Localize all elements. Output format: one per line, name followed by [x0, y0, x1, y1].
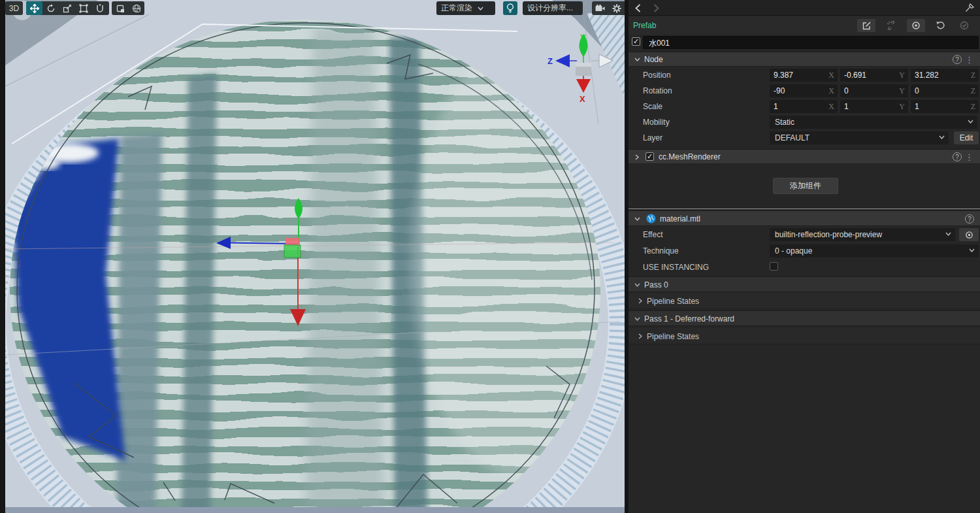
position-x-field[interactable]: 9.387X	[770, 69, 838, 82]
axis-x-suffix: X	[828, 102, 834, 112]
viewport-bottom-strip	[5, 507, 625, 513]
rotation-y-field[interactable]: 0Y	[840, 84, 908, 97]
scale-z-field[interactable]: 1Z	[911, 100, 979, 113]
pivot-toggle-button[interactable]	[112, 1, 128, 15]
transform-tool-group	[26, 1, 109, 15]
coordinate-space-button[interactable]	[128, 1, 144, 15]
rotate-tool-button[interactable]	[42, 1, 59, 15]
effect-locate-button[interactable]	[959, 228, 979, 241]
axis-z-suffix: Z	[971, 71, 975, 80]
chevron-right-icon	[638, 333, 642, 339]
chevron-down-icon	[634, 283, 640, 287]
help-icon[interactable]: ?	[953, 55, 962, 64]
kebab-menu-icon[interactable]: ⋮	[965, 152, 973, 162]
rotation-x-field[interactable]: -90X	[770, 84, 838, 97]
position-z-field[interactable]: 31.282Z	[911, 69, 979, 82]
prefab-edit-button[interactable]	[857, 19, 875, 32]
asset-divider	[629, 208, 980, 209]
node-active-checkbox[interactable]: ✓	[632, 37, 640, 46]
rect-tool-button[interactable]	[75, 1, 91, 15]
history-back-button[interactable]	[635, 4, 641, 12]
chevron-down-icon	[969, 248, 975, 252]
prefab-locate-button[interactable]	[907, 19, 925, 32]
pass-0-pipeline-states-row[interactable]: Pipeline States	[629, 293, 980, 309]
node-section-title: Node	[644, 55, 663, 64]
scene-camera-button[interactable]	[592, 1, 608, 15]
axis-y-suffix: Y	[899, 102, 905, 112]
prefab-unlink-button[interactable]	[882, 19, 900, 32]
pivot-icon	[116, 4, 125, 13]
undo-icon	[936, 21, 945, 30]
locate-icon	[911, 21, 921, 30]
layer-select[interactable]: DEFAULT	[770, 131, 949, 144]
help-icon[interactable]: ?	[953, 152, 962, 161]
design-resolution-dropdown[interactable]: 设计分辨率...	[523, 1, 583, 15]
lighting-toggle-button[interactable]	[503, 1, 517, 15]
unlink-icon	[887, 21, 896, 30]
mobility-select[interactable]: Static	[770, 116, 977, 129]
move-tool-button[interactable]	[26, 1, 42, 15]
viewport-settings-button[interactable]	[608, 1, 625, 15]
position-y-field[interactable]: -0.691Y	[840, 69, 908, 82]
transform-gizmo-tool-button[interactable]	[91, 1, 108, 15]
effect-select[interactable]: builtin-reflection-probe-preview	[770, 228, 955, 241]
rotation-row: Rotation -90X 0Y 0Z	[629, 83, 980, 99]
check-icon: ✓	[647, 152, 653, 160]
axis-y-suffix: Y	[899, 71, 905, 80]
pass-1-header[interactable]: Pass 1 - Deferred-forward	[629, 310, 980, 326]
position-label: Position	[643, 71, 671, 80]
rotate-icon	[46, 4, 56, 13]
mesh-renderer-enabled-checkbox[interactable]: ✓	[645, 152, 654, 161]
scene-render[interactable]: Y Z X	[0, 0, 625, 513]
rotation-z-field[interactable]: 0Z	[911, 84, 979, 97]
axis-x-suffix: X	[828, 71, 834, 80]
camera-settings-group	[592, 1, 626, 15]
pipeline-states-label: Pipeline States	[647, 332, 699, 341]
chevron-down-icon	[478, 7, 483, 10]
axis-x-suffix: X	[828, 86, 834, 96]
axis-z-label: Z	[547, 56, 553, 66]
technique-select[interactable]: 0 - opaque	[770, 244, 979, 257]
prefab-apply-button[interactable]	[955, 19, 973, 32]
scene-viewport[interactable]: Y Z X 3D 正常渲染 设计分辨率...	[0, 0, 625, 513]
edit-icon	[862, 22, 871, 30]
help-icon[interactable]: ?	[965, 214, 974, 223]
chevron-down-icon	[634, 217, 640, 221]
scale-y-field[interactable]: 1Y	[840, 100, 908, 113]
pin-icon[interactable]	[965, 3, 974, 12]
chevron-down-icon	[945, 232, 951, 236]
use-instancing-checkbox[interactable]	[770, 262, 778, 271]
mesh-renderer-header[interactable]: ✓ cc.MeshRenderer ? ⋮	[629, 149, 980, 164]
scale-label: Scale	[643, 102, 662, 111]
scale-x-field[interactable]: 1X	[770, 100, 838, 113]
chevron-down-icon	[939, 135, 945, 139]
add-component-button[interactable]: 添加组件	[773, 178, 838, 194]
inspector-header	[629, 0, 980, 16]
scale-row: Scale 1X 1Y 1Z	[629, 99, 980, 114]
mobility-row: Mobility Static	[629, 114, 980, 130]
chevron-down-icon	[968, 120, 973, 124]
pass-1-pipeline-states-row[interactable]: Pipeline States	[629, 328, 980, 344]
node-name-input[interactable]: 水001	[643, 36, 979, 49]
gizmo-plane-handle-green[interactable]	[284, 245, 301, 257]
history-forward-button[interactable]	[653, 4, 659, 12]
layer-edit-button[interactable]: Edit	[954, 131, 979, 144]
gizmo-plane-handle-red[interactable]	[286, 238, 300, 245]
design-resolution-label: 设计分辨率...	[527, 3, 573, 14]
chevron-down-icon	[634, 317, 640, 321]
chevron-right-icon	[638, 298, 642, 304]
scale-tool-button[interactable]	[59, 1, 75, 15]
rotation-label: Rotation	[643, 86, 672, 95]
render-mode-dropdown[interactable]: 正常渲染	[436, 1, 495, 15]
material-section-header[interactable]: material.mtl ?	[629, 210, 980, 226]
axis-y-label: Y	[580, 33, 586, 42]
prefab-reset-button[interactable]	[932, 19, 950, 32]
prefab-label: Prefab	[633, 21, 656, 30]
node-section-header[interactable]: Node ? ⋮	[629, 52, 980, 67]
viewport-left-edge	[0, 0, 5, 513]
chevron-right-icon	[635, 154, 639, 160]
view-mode-3d-button[interactable]: 3D	[5, 1, 23, 15]
kebab-menu-icon[interactable]: ⋮	[965, 55, 973, 65]
pass-0-header[interactable]: Pass 0	[629, 276, 980, 292]
check-circle-icon	[960, 21, 969, 30]
